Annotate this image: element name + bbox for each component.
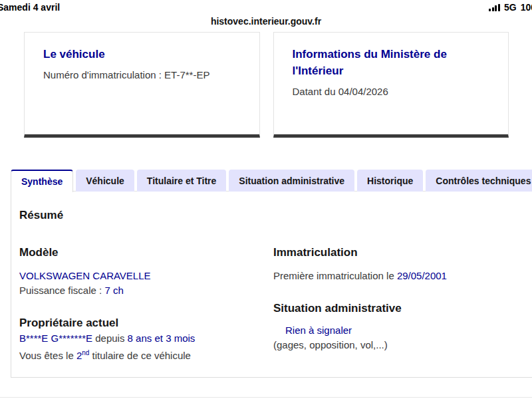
url-bar[interactable]: histovec.interieur.gouv.fr (0, 16, 532, 27)
tab-titulaire-et-titre[interactable]: Titulaire et Titre (137, 170, 227, 192)
owner-name: B****E G*******E (19, 332, 92, 344)
cards-row: Le véhicule Numéro d'immatriculation : E… (24, 32, 509, 138)
first-registration-date: 29/05/2001 (397, 270, 447, 281)
holder-prefix: Vous êtes le (19, 350, 76, 361)
vehicle-card: Le véhicule Numéro d'immatriculation : E… (24, 32, 260, 138)
panel-title: Résumé (19, 209, 532, 222)
owner-since-value: 8 ans et 3 mois (128, 332, 196, 344)
tab-label: Historique (367, 176, 413, 186)
holder-rank-suffix: nd (82, 349, 89, 356)
tab-label: Contrôles techniques (436, 176, 531, 186)
first-registration-line: Première immatriculation le 29/05/2001 (273, 269, 532, 283)
left-column: Modèle VOLKSWAGEN CARAVELLE Puissance fi… (19, 246, 273, 363)
battery-level: 100 (521, 2, 532, 13)
holder-rank: 2 (76, 350, 82, 361)
admin-status-value: Rien à signaler (273, 323, 532, 338)
fiscal-power-label: Puissance fiscale : (19, 285, 104, 296)
ministry-card-date: Datant du 04/04/2026 (293, 86, 491, 97)
status-indicators: 5G 100 (489, 2, 532, 13)
admin-status-detail: (gages, opposition, vol,...) (273, 338, 532, 352)
page-url[interactable]: histovec.interieur.gouv.fr (211, 16, 321, 27)
signal-bars-icon (489, 4, 500, 11)
tab-label: Titulaire et Titre (147, 176, 217, 186)
vehicle-card-registration: Numéro d'immatriculation : ET-7**-EP (43, 69, 242, 80)
vehicle-card-title: Le véhicule (43, 46, 242, 63)
tabs-bar: Synthèse Véhicule Titulaire et Titre Sit… (11, 170, 532, 192)
status-bar: Samedi 4 avril 5G 100 (0, 0, 532, 15)
registration-heading: Immatriculation (273, 246, 532, 259)
bottom-divider (0, 397, 532, 398)
tab-label: Synthèse (21, 176, 63, 187)
ministry-card: Informations du Ministère de l'Intérieur… (273, 32, 509, 138)
model-heading: Modèle (19, 246, 273, 259)
owner-heading: Propriétaire actuel (19, 317, 273, 330)
tab-controles-techniques[interactable]: Contrôles techniques (426, 170, 532, 192)
tab-historique[interactable]: Historique (357, 170, 423, 192)
holder-rank-line: Vous êtes le 2nd titulaire de ce véhicul… (19, 346, 273, 363)
ministry-card-title: Informations du Ministère de l'Intérieur (293, 46, 491, 79)
tab-list: Synthèse Véhicule Titulaire et Titre Sit… (11, 170, 532, 192)
fiscal-power-value: 7 ch (104, 285, 123, 296)
network-type: 5G (504, 2, 517, 13)
synthese-panel: Résumé Modèle VOLKSWAGEN CARAVELLE Puiss… (11, 191, 532, 378)
holder-suffix: titulaire de ce véhicule (89, 350, 191, 361)
status-date: Samedi 4 avril (0, 2, 60, 13)
admin-status-heading: Situation administrative (273, 302, 532, 315)
tab-label: Véhicule (86, 176, 124, 186)
right-column: Immatriculation Première immatriculation… (273, 246, 532, 363)
summary-columns: Modèle VOLKSWAGEN CARAVELLE Puissance fi… (19, 246, 532, 363)
owner-line: B****E G*******E depuis 8 ans et 3 mois (19, 331, 273, 346)
tab-label: Situation administrative (239, 176, 344, 186)
tab-synthese[interactable]: Synthèse (11, 170, 73, 192)
tab-situation-administrative[interactable]: Situation administrative (229, 170, 354, 192)
tab-vehicule[interactable]: Véhicule (76, 170, 134, 192)
admin-status-text: Rien à signaler (285, 325, 352, 336)
first-registration-label: Première immatriculation le (273, 270, 397, 281)
owner-since-label: depuis (92, 332, 128, 344)
fiscal-power-line: Puissance fiscale : 7 ch (19, 283, 273, 298)
model-name: VOLKSWAGEN CARAVELLE (19, 270, 151, 281)
